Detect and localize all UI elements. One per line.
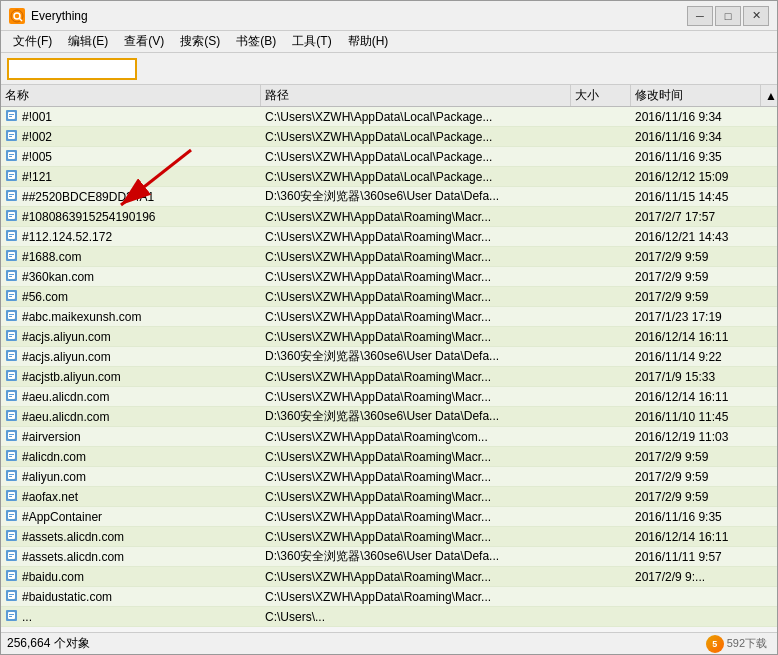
table-row[interactable]: #acjstb.aliyun.comC:\Users\XZWH\AppData\…: [1, 367, 777, 387]
menu-bookmarks[interactable]: 书签(B): [228, 31, 284, 53]
cell-name-text: #acjstb.aliyun.com: [22, 370, 121, 384]
table-row[interactable]: #assets.alicdn.comC:\Users\XZWH\AppData\…: [1, 527, 777, 547]
menu-search[interactable]: 搜索(S): [172, 31, 228, 53]
cell-modified: 2016/12/14 16:11: [631, 527, 761, 546]
table-row[interactable]: #56.comC:\Users\XZWH\AppData\Roaming\Mac…: [1, 287, 777, 307]
cell-modified: 2017/2/9 9:59: [631, 287, 761, 306]
cell-modified: 2016/11/16 9:35: [631, 147, 761, 166]
cell-path: C:\Users\XZWH\AppData\Roaming\Macr...: [261, 467, 571, 486]
table-row[interactable]: #abc.maikexunsh.comC:\Users\XZWH\AppData…: [1, 307, 777, 327]
cell-name: #360kan.com: [1, 267, 261, 286]
cell-modified: 2017/1/23 17:19: [631, 307, 761, 326]
col-header-path[interactable]: 路径: [261, 85, 571, 106]
table-scroll-area[interactable]: #!001C:\Users\XZWH\AppData\Local\Package…: [1, 107, 777, 632]
col-header-modified[interactable]: 修改时间: [631, 85, 761, 106]
svg-rect-99: [9, 574, 14, 575]
svg-rect-59: [9, 374, 14, 375]
cell-name: #56.com: [1, 287, 261, 306]
table-row[interactable]: #360kan.comC:\Users\XZWH\AppData\Roaming…: [1, 267, 777, 287]
svg-rect-75: [9, 454, 14, 455]
cell-scroll-stub: [761, 167, 777, 186]
table-row[interactable]: #aliyun.comC:\Users\XZWH\AppData\Roaming…: [1, 467, 777, 487]
close-button[interactable]: ✕: [743, 6, 769, 26]
svg-rect-51: [9, 334, 14, 335]
svg-rect-7: [9, 114, 14, 115]
file-icon: [5, 569, 18, 585]
table-row[interactable]: #aeu.alicdn.comC:\Users\XZWH\AppData\Roa…: [1, 387, 777, 407]
menu-edit[interactable]: 编辑(E): [60, 31, 116, 53]
svg-rect-20: [9, 176, 12, 177]
cell-name-text: ...: [22, 610, 32, 624]
search-input[interactable]: [7, 58, 137, 80]
table-row[interactable]: #AppContainerC:\Users\XZWH\AppData\Roami…: [1, 507, 777, 527]
table-row[interactable]: #1688.comC:\Users\XZWH\AppData\Roaming\M…: [1, 247, 777, 267]
table-row[interactable]: #aofax.netC:\Users\XZWH\AppData\Roaming\…: [1, 487, 777, 507]
svg-rect-62: [8, 392, 15, 399]
cell-path: C:\Users\XZWH\AppData\Roaming\Macr...: [261, 527, 571, 546]
svg-rect-71: [9, 434, 14, 435]
table-row[interactable]: #airversionC:\Users\XZWH\AppData\Roaming…: [1, 427, 777, 447]
cell-size: [571, 107, 631, 126]
menu-file[interactable]: 文件(F): [5, 31, 60, 53]
table-row[interactable]: #112.124.52.172C:\Users\XZWH\AppData\Roa…: [1, 227, 777, 247]
table-row[interactable]: #!002C:\Users\XZWH\AppData\Local\Package…: [1, 127, 777, 147]
svg-rect-96: [9, 556, 12, 557]
svg-rect-106: [8, 612, 15, 619]
cell-name: #acjstb.aliyun.com: [1, 367, 261, 386]
cell-name: #aliyun.com: [1, 467, 261, 486]
table-row[interactable]: #baidu.comC:\Users\XZWH\AppData\Roaming\…: [1, 567, 777, 587]
cell-scroll-stub: [761, 307, 777, 326]
cell-modified: 2017/1/9 15:33: [631, 367, 761, 386]
table-row[interactable]: #alicdn.comC:\Users\XZWH\AppData\Roaming…: [1, 447, 777, 467]
file-icon: [5, 269, 18, 285]
content-area: 名称 路径 大小 修改时间 ▲ #!001C:\Users\XZWH\AppDa…: [1, 85, 777, 632]
table-row[interactable]: #acjs.aliyun.comC:\Users\XZWH\AppData\Ro…: [1, 327, 777, 347]
table-row[interactable]: #acjs.aliyun.comD:\360安全浏览器\360se6\User …: [1, 347, 777, 367]
cell-name-text: #56.com: [22, 290, 68, 304]
svg-rect-82: [8, 492, 15, 499]
cell-scroll-stub: [761, 127, 777, 146]
col-header-name[interactable]: 名称: [1, 85, 261, 106]
col-header-size[interactable]: 大小: [571, 85, 631, 106]
table-row[interactable]: #aeu.alicdn.comD:\360安全浏览器\360se6\User D…: [1, 407, 777, 427]
table-row[interactable]: #assets.alicdn.comD:\360安全浏览器\360se6\Use…: [1, 547, 777, 567]
cell-name: #assets.alicdn.com: [1, 527, 261, 546]
cell-path: D:\360安全浏览器\360se6\User Data\Defa...: [261, 407, 571, 426]
cell-name-text: #360kan.com: [22, 270, 94, 284]
cell-size: [571, 427, 631, 446]
menu-help[interactable]: 帮助(H): [340, 31, 397, 53]
search-bar: [1, 53, 777, 85]
table-row[interactable]: #1080863915254190196C:\Users\XZWH\AppDat…: [1, 207, 777, 227]
svg-rect-23: [9, 194, 14, 195]
table-row[interactable]: ...C:\Users\...: [1, 607, 777, 627]
table-row[interactable]: #!001C:\Users\XZWH\AppData\Local\Package…: [1, 107, 777, 127]
cell-path: C:\Users\XZWH\AppData\Roaming\Macr...: [261, 247, 571, 266]
svg-rect-95: [9, 554, 14, 555]
maximize-button[interactable]: □: [715, 6, 741, 26]
cell-name-text: #baidustatic.com: [22, 590, 112, 604]
object-count: 256,664 个对象: [7, 635, 90, 652]
table-row[interactable]: ##2520BDCE89DD24A1D:\360安全浏览器\360se6\Use…: [1, 187, 777, 207]
cell-modified: 2017/2/9 9:59: [631, 447, 761, 466]
svg-rect-104: [9, 596, 12, 597]
menu-bar: 文件(F) 编辑(E) 查看(V) 搜索(S) 书签(B) 工具(T) 帮助(H…: [1, 31, 777, 53]
svg-rect-108: [9, 616, 12, 617]
cell-name: #airversion: [1, 427, 261, 446]
cell-scroll-stub: [761, 587, 777, 606]
table-row[interactable]: #!121C:\Users\XZWH\AppData\Local\Package…: [1, 167, 777, 187]
menu-view[interactable]: 查看(V): [116, 31, 172, 53]
file-icon: [5, 409, 18, 425]
cell-size: [571, 147, 631, 166]
cell-name: #1688.com: [1, 247, 261, 266]
table-row[interactable]: #baidustatic.comC:\Users\XZWH\AppData\Ro…: [1, 587, 777, 607]
table-row[interactable]: #!005C:\Users\XZWH\AppData\Local\Package…: [1, 147, 777, 167]
cell-modified: 2016/12/12 15:09: [631, 167, 761, 186]
cell-path: C:\Users\XZWH\AppData\Roaming\Macr...: [261, 227, 571, 246]
cell-size: [571, 127, 631, 146]
cell-name: ...: [1, 607, 261, 626]
menu-tools[interactable]: 工具(T): [284, 31, 339, 53]
minimize-button[interactable]: ─: [687, 6, 713, 26]
cell-path: C:\Users\XZWH\AppData\Roaming\Macr...: [261, 567, 571, 586]
cell-name: #!005: [1, 147, 261, 166]
cell-name: #aeu.alicdn.com: [1, 387, 261, 406]
